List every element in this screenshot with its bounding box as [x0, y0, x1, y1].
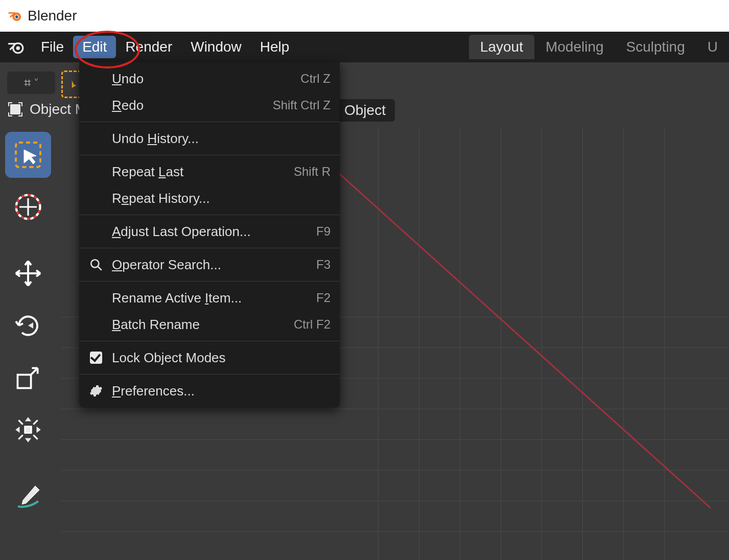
grid-line — [61, 439, 729, 440]
menu-separator — [79, 215, 340, 215]
menu-repeat-last-label: Repeat Last — [112, 164, 183, 180]
menu-edit[interactable]: Edit — [73, 36, 116, 58]
svg-rect-10 — [17, 375, 31, 388]
menu-preferences-label: Preferences... — [112, 383, 195, 399]
menu-separator — [79, 248, 340, 248]
snap-dropdown[interactable]: ⌗ ˅ — [7, 72, 55, 94]
menu-undo-label: Undo — [112, 71, 144, 87]
tool-cursor[interactable] — [5, 184, 51, 230]
menu-separator — [79, 374, 340, 375]
menu-separator — [79, 281, 340, 282]
object-mode-icon — [5, 99, 26, 120]
menu-redo-shortcut: Shift Ctrl Z — [273, 98, 331, 112]
menu-repeat-last[interactable]: Repeat Last Shift R — [79, 158, 340, 185]
menu-redo-label: Redo — [112, 98, 144, 113]
menu-rename-active-label: Rename Active Item... — [112, 290, 242, 306]
svg-point-4 — [16, 46, 20, 50]
menu-undo[interactable]: Undo Ctrl Z — [79, 65, 340, 92]
tool-annotate[interactable] — [5, 473, 51, 519]
menu-rename-active-item[interactable]: Rename Active Item... F2 — [79, 285, 340, 311]
menu-window[interactable]: Window — [181, 36, 251, 58]
tool-scale[interactable] — [5, 355, 51, 401]
menu-repeat-history-label: Repeat History... — [112, 191, 210, 206]
svg-point-2 — [15, 15, 18, 18]
menu-adjust-last-shortcut: F9 — [316, 224, 331, 239]
tab-uv[interactable]: U — [696, 35, 729, 59]
grid-line — [582, 128, 583, 560]
grid-line — [61, 470, 729, 471]
menu-lock-object-modes[interactable]: Lock Object Modes — [79, 344, 340, 371]
header-object[interactable]: Object — [335, 99, 395, 122]
blender-icon[interactable] — [7, 38, 25, 56]
svg-rect-11 — [25, 427, 31, 433]
gear-icon — [88, 383, 104, 399]
menu-batch-rename-shortcut: Ctrl F2 — [294, 317, 331, 332]
menu-operator-search-shortcut: F3 — [316, 258, 331, 272]
menu-help[interactable]: Help — [251, 36, 299, 58]
tab-layout[interactable]: Layout — [469, 35, 534, 59]
menu-repeat-history[interactable]: Repeat History... — [79, 185, 340, 212]
menu-operator-search[interactable]: Operator Search... F3 — [79, 251, 340, 278]
menu-lock-object-modes-label: Lock Object Modes — [112, 350, 226, 366]
app-title: Blender — [28, 8, 77, 24]
grid-line — [501, 128, 501, 560]
tab-sculpting[interactable]: Sculpting — [615, 35, 696, 59]
grid-line — [542, 128, 542, 560]
tab-modeling[interactable]: Modeling — [534, 35, 615, 59]
menu-undo-history[interactable]: Undo History... — [79, 125, 340, 152]
menu-batch-rename-label: Batch Rename — [112, 317, 200, 333]
snap-label: ⌗ ˅ — [24, 76, 39, 90]
grid-line — [61, 531, 729, 532]
workspace-tabs: Layout Modeling Sculpting U — [469, 32, 729, 62]
menu-redo[interactable]: Redo Shift Ctrl Z — [79, 92, 340, 119]
menu-batch-rename[interactable]: Batch Rename Ctrl F2 — [79, 311, 340, 338]
grid-line — [460, 128, 460, 560]
checkbox-checked-icon — [88, 350, 104, 365]
menu-render[interactable]: Render — [116, 36, 181, 58]
menu-separator — [79, 122, 340, 122]
svg-marker-9 — [28, 322, 33, 329]
menubar: File Edit Render Window Help Layout Mode… — [0, 32, 729, 62]
app-window: File Edit Render Window Help Layout Mode… — [0, 32, 729, 560]
tool-move[interactable] — [5, 250, 51, 296]
menu-preferences[interactable]: Preferences... — [79, 378, 340, 404]
menu-separator — [79, 341, 340, 341]
menu-adjust-last-operation[interactable]: Adjust Last Operation... F9 — [79, 218, 340, 245]
grid-line — [623, 128, 624, 560]
menu-separator — [79, 155, 340, 155]
tool-transform[interactable] — [5, 407, 51, 453]
menu-adjust-last-label: Adjust Last Operation... — [112, 224, 251, 240]
tool-rotate[interactable] — [5, 302, 51, 348]
svg-rect-5 — [10, 104, 20, 114]
tool-shelf — [5, 132, 56, 519]
menu-rename-active-shortcut: F2 — [316, 291, 331, 305]
menu-undo-shortcut: Ctrl Z — [300, 72, 331, 86]
search-icon — [88, 257, 104, 272]
grid-line — [419, 128, 419, 560]
grid-line — [61, 501, 729, 501]
menu-operator-search-label: Operator Search... — [112, 257, 221, 273]
menu-repeat-last-shortcut: Shift R — [294, 165, 331, 179]
svg-point-12 — [91, 260, 99, 267]
menu-file[interactable]: File — [32, 36, 73, 58]
os-titlebar: Blender — [0, 0, 729, 32]
blender-logo-icon — [7, 8, 22, 24]
tool-select-box[interactable] — [5, 132, 51, 178]
edit-menu-dropdown: Undo Ctrl Z Redo Shift Ctrl Z Undo Histo… — [79, 62, 340, 407]
grid-line — [61, 409, 729, 409]
grid-line — [378, 128, 379, 560]
menu-undo-history-label: Undo History... — [112, 131, 199, 147]
grid-line — [664, 128, 665, 560]
